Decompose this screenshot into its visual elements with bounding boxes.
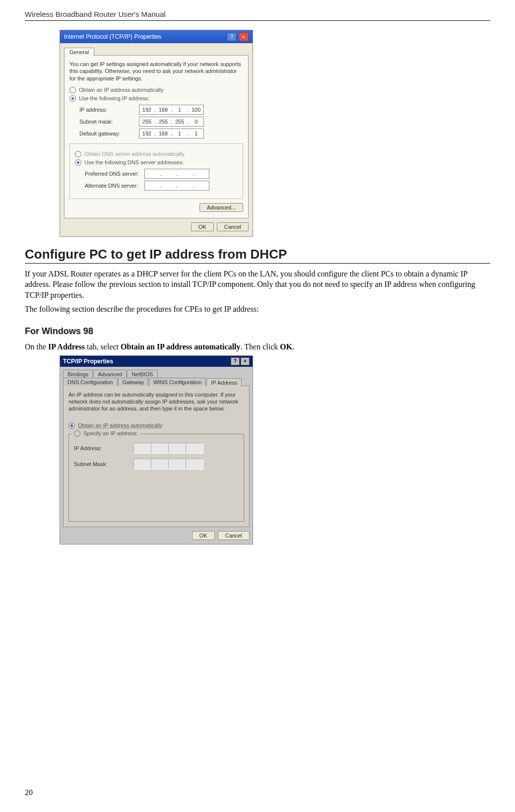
radio-use-dns-label: Use the following DNS server addresses: <box>84 159 184 165</box>
tab-ip-address[interactable]: IP Address <box>206 378 242 387</box>
label-subnet-98: Subnet Mask: <box>74 461 129 467</box>
tab-bindings[interactable]: Bindings <box>63 370 93 378</box>
xp-title-text: Internet Protocol (TCP/IP) Properties <box>64 33 161 40</box>
label-alt-dns: Alternate DNS server: <box>85 183 139 189</box>
ok-button[interactable]: OK <box>191 222 214 231</box>
radio-icon <box>68 422 75 429</box>
tab-advanced[interactable]: Advanced <box>93 370 127 378</box>
label-ip: IP address: <box>79 107 134 113</box>
ip-seg: 168 <box>156 131 171 136</box>
gateway-input[interactable]: 192. 168. 1. 1 <box>139 129 204 138</box>
subnet-mask-input-98 <box>133 459 203 470</box>
page-header: Wireless Broadband Router User's Manual <box>25 10 490 21</box>
tab-gateway[interactable]: Gateway <box>118 378 148 386</box>
radio-icon <box>69 95 76 102</box>
tab-wins-config[interactable]: WINS Configuration <box>149 378 206 386</box>
tab-dns-config[interactable]: DNS Configuration <box>63 378 118 386</box>
section-rule <box>25 263 490 264</box>
radio-specify-ip-98[interactable]: Specify an IP address: <box>72 430 140 437</box>
radio-obtain-ip-label: Obtain an IP address automatically <box>79 87 163 93</box>
alt-dns-input[interactable]: ... <box>144 181 209 191</box>
screenshot-tcpip-win98: TCP/IP Properties ? × Bindings Advanced … <box>60 355 253 544</box>
radio-specify-ip-98-label: Specify an IP address: <box>83 430 138 436</box>
pref-dns-input[interactable]: ... <box>144 169 209 179</box>
text-bold: OK <box>280 342 292 351</box>
ip-seg: 255 <box>172 119 187 125</box>
xp-titlebar: Internet Protocol (TCP/IP) Properties ? … <box>60 30 253 43</box>
close-icon[interactable]: × <box>239 32 249 41</box>
radio-obtain-ip-98-label: Obtain an IP address automatically <box>78 422 162 428</box>
radio-obtain-ip[interactable]: Obtain an IP address automatically <box>69 87 243 93</box>
page-number: 20 <box>25 788 33 797</box>
tab-general[interactable]: General <box>64 48 94 56</box>
label-subnet: Subnet mask: <box>79 119 134 125</box>
subnet-mask-input[interactable]: 255. 255. 255. 0 <box>139 117 204 127</box>
ip-seg: 192 <box>139 107 154 113</box>
radio-icon <box>69 87 76 93</box>
label-ip-98: IP Address: <box>74 445 129 451</box>
ip-seg: 192 <box>139 131 154 136</box>
ip-address-input[interactable]: 192. 168. 1. 100 <box>139 105 204 115</box>
xp-window-controls: ? × <box>227 32 249 41</box>
screenshot-tcpip-xp: Internet Protocol (TCP/IP) Properties ? … <box>60 30 253 237</box>
w98-title-text: TCP/IP Properties <box>63 358 113 365</box>
text-run: tab, select <box>85 342 121 351</box>
ip-seg: 1 <box>172 107 187 113</box>
radio-obtain-ip-98[interactable]: Obtain an IP address automatically <box>68 422 244 429</box>
radio-obtain-dns: Obtain DNS server address automatically <box>75 151 238 157</box>
w98-titlebar: TCP/IP Properties ? × <box>60 356 253 367</box>
ip-seg: 168 <box>156 107 171 113</box>
paragraph-3: On the IP Address tab, select Obtain an … <box>25 341 490 352</box>
ip-seg: 1 <box>189 131 203 136</box>
ip-seg: 255 <box>139 119 154 125</box>
section-title: Configure PC to get IP address from DHCP <box>25 247 490 262</box>
text-run: . Then click <box>241 342 280 351</box>
paragraph-2: The following section describe the proce… <box>25 304 490 315</box>
cancel-button[interactable]: Cancel <box>217 222 249 231</box>
paragraph-1: If your ADSL Router operates as a DHCP s… <box>25 269 490 301</box>
ip-seg: 255 <box>156 119 171 125</box>
radio-use-ip-label: Use the following IP address: <box>79 95 149 101</box>
radio-use-dns[interactable]: Use the following DNS server addresses: <box>75 159 238 166</box>
cancel-button-98[interactable]: Cancel <box>218 531 250 540</box>
radio-icon <box>75 151 81 157</box>
radio-obtain-dns-label: Obtain DNS server address automatically <box>84 151 185 157</box>
text-bold: IP Address <box>48 342 85 351</box>
w98-description: An IP address can be automatically assig… <box>68 391 244 412</box>
w98-window-controls: ? × <box>231 357 250 365</box>
tab-netbios[interactable]: NetBIOS <box>127 370 157 378</box>
advanced-button[interactable]: Advanced... <box>199 203 243 212</box>
text-bold: Obtain an IP address automatically <box>121 342 241 351</box>
label-pref-dns: Preferred DNS server: <box>85 171 139 177</box>
ip-seg: 1 <box>172 131 187 136</box>
help-icon[interactable]: ? <box>231 357 240 365</box>
radio-icon <box>74 430 80 437</box>
label-gateway: Default gateway: <box>79 131 134 136</box>
xp-description: You can get IP settings assigned automat… <box>69 61 243 82</box>
radio-use-ip[interactable]: Use the following IP address: <box>69 95 243 102</box>
close-icon[interactable]: × <box>241 357 250 365</box>
ip-seg: 0 <box>189 119 203 125</box>
radio-icon <box>75 159 81 166</box>
ip-seg: 100 <box>189 107 203 113</box>
help-icon[interactable]: ? <box>227 32 237 41</box>
subsection-title: For Windows 98 <box>25 326 490 337</box>
text-run: . <box>292 342 294 351</box>
ip-address-input-98 <box>133 443 203 454</box>
text-run: On the <box>25 342 48 351</box>
ok-button-98[interactable]: OK <box>192 531 215 540</box>
